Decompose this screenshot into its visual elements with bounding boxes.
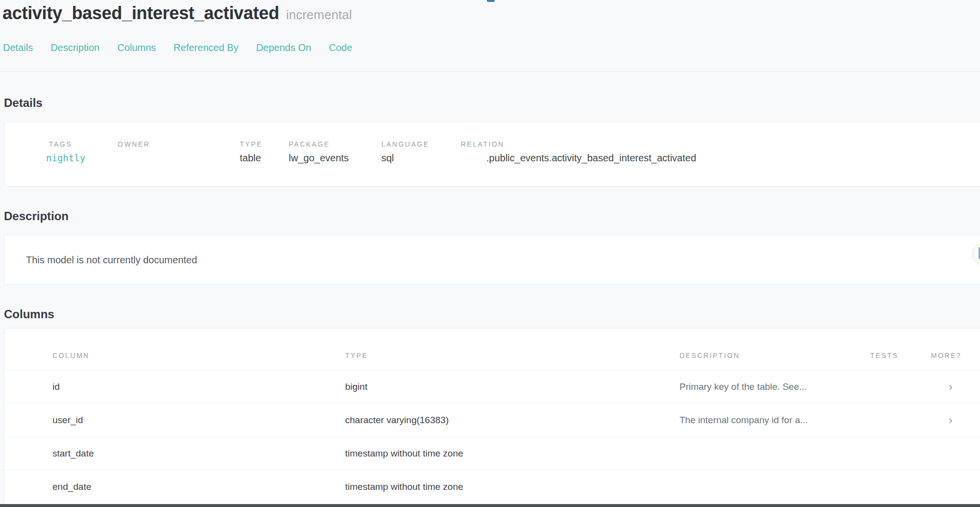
header-more: MORE?: [931, 352, 970, 359]
cell-column-name: id: [52, 381, 345, 392]
chevron-right-icon[interactable]: ›: [931, 381, 970, 393]
cell-column-type: timestamp without time zone: [345, 482, 679, 492]
cell-column-type: bigint: [345, 381, 679, 392]
cell-column-name: user_id: [52, 415, 345, 426]
columns-table-header: COLUMN TYPE DESCRIPTION TESTS MORE?: [4, 352, 980, 370]
model-header: activity_based_interest_activatedincreme…: [0, 0, 980, 24]
description-text: This model is not currently documented: [26, 254, 197, 266]
cell-column-type: timestamp without time zone: [345, 448, 679, 459]
cell-column-description: The internal company id for a...: [679, 415, 870, 426]
cell-column-name: start_date: [52, 448, 345, 459]
tab-description[interactable]: Description: [50, 42, 100, 53]
field-owner-label: OWNER: [118, 141, 240, 148]
table-row[interactable]: end_date timestamp without time zone: [4, 470, 980, 503]
field-language-value: sql: [381, 152, 461, 164]
tab-referenced-by[interactable]: Referenced By: [174, 42, 238, 53]
table-row[interactable]: id bigint Primary key of the table. See.…: [4, 370, 980, 403]
field-package: PACKAGE lw_go_events: [289, 141, 381, 164]
field-tags-label: TAGS: [46, 141, 118, 148]
details-fields-row: TAGS nightly OWNER TYPE table PACKAGE lw…: [4, 122, 980, 186]
field-package-label: PACKAGE: [289, 141, 381, 148]
field-tags: TAGS nightly: [46, 141, 118, 164]
columns-section-heading: Columns: [4, 307, 980, 321]
columns-card: COLUMN TYPE DESCRIPTION TESTS MORE? id b…: [4, 328, 980, 507]
field-language-label: LANGUAGE: [381, 141, 461, 148]
header-description: DESCRIPTION: [679, 352, 870, 359]
tab-columns[interactable]: Columns: [117, 42, 156, 53]
field-language: LANGUAGE sql: [381, 141, 461, 164]
header-column: COLUMN: [52, 352, 345, 359]
clipped-toolbar-button-fragment[interactable]: [487, 0, 495, 2]
field-type: TYPE table: [240, 141, 289, 164]
table-row[interactable]: user_id character varying(16383) The int…: [4, 403, 980, 436]
model-nav-tabs: Details Description Columns Referenced B…: [0, 42, 980, 53]
field-type-value: table: [240, 152, 289, 164]
header-divider: [0, 71, 980, 72]
header-type: TYPE: [345, 352, 679, 359]
details-section-heading: Details: [4, 96, 980, 110]
field-tags-value[interactable]: nightly: [46, 152, 118, 164]
tab-code[interactable]: Code: [329, 42, 352, 53]
materialization-badge: incremental: [286, 7, 352, 22]
cell-column-type: character varying(16383): [345, 415, 679, 426]
field-owner: OWNER: [118, 141, 240, 164]
field-type-label: TYPE: [240, 141, 289, 148]
window-bottom-edge: [0, 504, 980, 507]
page-title: activity_based_interest_activated: [2, 3, 279, 23]
cell-column-name: end_date: [52, 482, 345, 492]
description-card: This model is not currently documented: [4, 235, 980, 285]
tab-details[interactable]: Details: [3, 42, 33, 53]
description-section-heading: Description: [4, 209, 980, 223]
cell-column-description: Primary key of the table. See...: [679, 381, 870, 392]
details-card: TAGS nightly OWNER TYPE table PACKAGE lw…: [4, 122, 980, 187]
tab-depends-on[interactable]: Depends On: [256, 42, 311, 53]
chevron-right-icon[interactable]: ›: [931, 414, 970, 426]
field-relation-value: .public_events.activity_based_interest_a…: [461, 152, 696, 164]
field-relation: RELATION .public_events.activity_based_i…: [461, 141, 696, 164]
field-relation-label: RELATION: [461, 141, 696, 148]
table-row[interactable]: start_date timestamp without time zone: [4, 436, 980, 470]
field-package-value: lw_go_events: [289, 152, 381, 164]
header-tests: TESTS: [870, 352, 931, 359]
